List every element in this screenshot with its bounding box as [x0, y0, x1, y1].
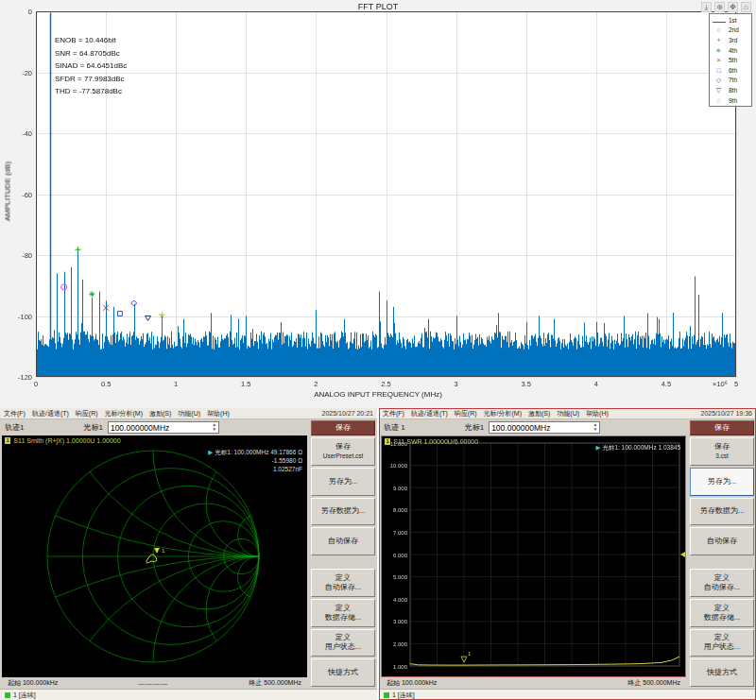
- marker-readout: ▶光标1: 100.000MHz 49.17866 Ω -1.55980 Ω 1…: [208, 448, 302, 473]
- status-bar: 1 [连续]: [379, 689, 756, 700]
- legend-item: ◇7th: [712, 76, 749, 86]
- marker-arrow-icon: ▶: [208, 449, 213, 455]
- x-tick: 1.5: [232, 380, 260, 388]
- save-file-button[interactable]: 保存 3.cst: [690, 437, 754, 466]
- save-data-as-button[interactable]: 另存数据为...: [311, 498, 375, 526]
- menu-bar: 文件(F) 轨迹/通道(T) 响应(R) 光标/分析(M) 激励(S) 功能(U…: [0, 408, 377, 419]
- marker-name-label: 光标1: [83, 422, 102, 433]
- define-datastore-button[interactable]: 定义数据存储...: [690, 599, 754, 627]
- define-datastore-button[interactable]: 定义数据存储...: [311, 599, 375, 627]
- softkey-column: 保存 保存 UserPreset.cst 另存为... 另存数据为... 自动保…: [309, 419, 377, 689]
- export-icon[interactable]: ⤓: [701, 2, 712, 12]
- menu-response[interactable]: 响应(R): [455, 409, 477, 418]
- stop-frequency: 终止 500.000MHz: [627, 678, 680, 688]
- datatips-icon[interactable]: ⊕: [714, 2, 725, 12]
- define-autosave-button[interactable]: 定义自动保存...: [311, 569, 375, 597]
- legend-item: +3rd: [712, 35, 749, 45]
- marker-frequency-input[interactable]: 100.000000MHz ▲▼: [489, 421, 600, 434]
- svg-text:4.000: 4.000: [393, 597, 408, 603]
- svg-text:3.000: 3.000: [393, 619, 408, 624]
- figure-toolbar: ⤓⊕✥⌂: [701, 2, 751, 12]
- run-indicator: [384, 692, 389, 698]
- x-tick: 4: [582, 380, 610, 388]
- auto-save-button[interactable]: 自动保存: [690, 527, 754, 555]
- sinad-value: SINAD = 64.6451dBc: [55, 60, 127, 73]
- define-autosave-button[interactable]: 定义自动保存...: [690, 569, 754, 597]
- y-tick: 0: [4, 8, 32, 16]
- legend: 1st○2nd+3rd✳4th×5th□6th◇7th▽8th☆9th: [709, 13, 752, 107]
- menu-response[interactable]: 响应(R): [76, 409, 98, 418]
- menu-trace[interactable]: 轨迹/通道(T): [411, 409, 448, 418]
- smith-chart-area: 1 1 S11 Smith (R+jX) 1.00000U 1.00000 ▶光…: [2, 435, 307, 677]
- save-as-button[interactable]: 另存为...: [690, 468, 754, 496]
- menu-help[interactable]: 帮助(H): [586, 409, 609, 418]
- trace-number-badge: 1: [385, 438, 390, 445]
- status-bar: 1 [连续]: [0, 689, 377, 700]
- svg-text:9.000: 9.000: [393, 486, 408, 491]
- snr-value: SNR = 64.8705dBc: [55, 47, 127, 60]
- menu-help[interactable]: 帮助(H): [207, 409, 230, 418]
- sweep-range-bar: 起始 100.000kHz 终止 500.000MHz: [379, 677, 688, 689]
- start-frequency: 起始 100.000kHz: [8, 678, 58, 688]
- menu-stimulus[interactable]: 激励(S): [149, 409, 171, 418]
- menu-file[interactable]: 文件(F): [4, 409, 26, 418]
- save-as-button[interactable]: 另存为...: [311, 468, 375, 496]
- menu-file[interactable]: 文件(F): [383, 409, 404, 418]
- x-tick: 1: [162, 380, 190, 388]
- svg-text:1.000: 1.000: [393, 664, 408, 670]
- save-menu-header[interactable]: 保存: [690, 420, 754, 435]
- menu-marker[interactable]: 光标/分析(M): [105, 409, 143, 418]
- shortcut-button[interactable]: 快捷方式: [311, 658, 375, 687]
- marker-freq-swr: 光标1: 100.000MHz 1.03845: [603, 444, 680, 451]
- legend-item: ▽8th: [712, 85, 749, 95]
- legend-item: 1st: [712, 15, 749, 26]
- pan-icon[interactable]: ✥: [728, 2, 738, 12]
- x-axis-label: ANALOG INPUT FREQUENCY (MHz): [0, 390, 756, 399]
- legend-item: ☆9th: [712, 95, 749, 106]
- menu-bar: 文件(F) 轨迹/通道(T) 响应(R) 光标/分析(M) 激励(S) 功能(U…: [379, 408, 756, 419]
- menu-trace[interactable]: 轨迹/通道(T): [32, 409, 69, 418]
- home-icon[interactable]: ⌂: [741, 2, 751, 12]
- vna-panels-row: 文件(F) 轨迹/通道(T) 响应(R) 光标/分析(M) 激励(S) 功能(U…: [0, 408, 756, 700]
- softkey-spacer: [311, 557, 375, 567]
- sweep-range-bar: 起始 100.000kHz ———— 终止 500.000MHz: [0, 677, 309, 689]
- softkey-spacer: [690, 557, 754, 567]
- x-tick: 4.5: [652, 380, 680, 388]
- svg-text:1: 1: [468, 651, 472, 657]
- trace-label: 轨迹1: [5, 422, 24, 433]
- save-data-as-button[interactable]: 另存数据为...: [690, 498, 754, 526]
- menu-stimulus[interactable]: 激励(S): [528, 409, 550, 418]
- status-text: 1 [连续]: [13, 691, 36, 700]
- y-tick: -80: [4, 251, 32, 260]
- save-file-button[interactable]: 保存 UserPreset.cst: [311, 437, 375, 466]
- svg-text:10.000: 10.000: [390, 463, 408, 469]
- trace-number-badge: 1: [5, 437, 10, 444]
- enob-value: ENOB = 10.446bit: [55, 34, 127, 47]
- x-tick: 0: [22, 380, 50, 388]
- define-userstate-button[interactable]: 定义用户状态...: [690, 629, 754, 657]
- trace-header: 1 S11 Smith (R+jX) 1.00000U 1.00000: [5, 437, 121, 444]
- shortcut-button[interactable]: 快捷方式: [690, 658, 754, 687]
- svg-text:7.000: 7.000: [393, 530, 408, 536]
- frequency-stepper[interactable]: ▲▼: [593, 423, 597, 432]
- menu-marker[interactable]: 光标/分析(M): [484, 409, 522, 418]
- marker-frequency-input[interactable]: 100.000000MHz ▲▼: [108, 421, 219, 434]
- x-tick: 0.5: [92, 380, 120, 388]
- timestamp: 2025/10/27 20:21: [322, 410, 374, 417]
- stop-frequency: 终止 500.000MHz: [249, 678, 301, 688]
- menu-utility[interactable]: 功能(U): [178, 409, 200, 418]
- svg-text:1: 1: [162, 548, 165, 554]
- y-tick: -60: [4, 191, 32, 199]
- auto-save-button[interactable]: 自动保存: [311, 527, 375, 555]
- chart-title: FFT PLOT: [0, 2, 756, 11]
- marker-frequency-value: 100.000000MHz: [491, 423, 550, 433]
- svg-text:5.000: 5.000: [393, 574, 408, 580]
- define-userstate-button[interactable]: 定义用户状态...: [311, 629, 375, 657]
- menu-utility[interactable]: 功能(U): [557, 409, 579, 418]
- save-menu-header[interactable]: 保存: [311, 420, 375, 435]
- start-frequency: 起始 100.000kHz: [387, 678, 437, 688]
- legend-item: ✳4th: [712, 45, 749, 56]
- frequency-stepper[interactable]: ▲▼: [212, 423, 215, 432]
- marker-name-label: 光标1: [465, 422, 484, 433]
- x-tick: 5: [722, 380, 750, 388]
